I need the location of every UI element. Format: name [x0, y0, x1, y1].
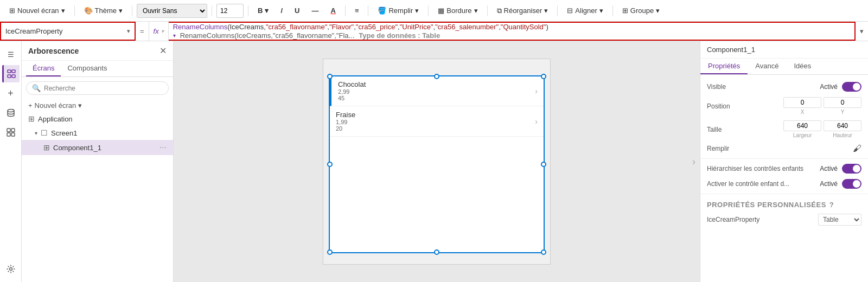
reorder-btn[interactable]: ⧉ Réorganiser ▾ — [492, 4, 553, 18]
props-size-inputs: Largeur Hauteur — [783, 120, 861, 138]
add-screen-label: Nouvel écran — [35, 101, 76, 110]
separator-6 — [368, 5, 368, 16]
chocolat-title: Chocolat — [338, 80, 535, 88]
font-color-btn[interactable]: A — [326, 4, 340, 17]
chocolat-info: Chocolat 2,99 45 — [338, 80, 535, 101]
formula-equals: = — [136, 22, 149, 41]
fill-chevron-icon: ▾ — [415, 7, 419, 15]
props-hierarchy-row: Hiérarchiser les contrôles enfants Activ… — [700, 161, 868, 176]
separator-5 — [345, 5, 346, 16]
icecream-select[interactable]: Table — [818, 214, 861, 226]
sidebar-add-btn[interactable]: + — [2, 85, 20, 102]
visible-toggle[interactable] — [842, 82, 861, 92]
strikethrough-btn[interactable]: — — [307, 4, 323, 17]
italic-btn[interactable]: / — [276, 4, 288, 17]
font-color-icon: A — [330, 7, 335, 15]
canvas-area: Chocolat 2,99 45 › Fraise 1,99 20 › — [174, 41, 700, 282]
separator-10 — [612, 5, 613, 16]
tree-tabs: Écrans Composants — [22, 61, 173, 77]
tree-item-screen1[interactable]: ▾ ☐ Screen1 — [22, 126, 173, 140]
position-label: Position — [707, 102, 779, 110]
childctrl-value: Activé — [820, 180, 838, 188]
font-size-input[interactable] — [216, 4, 244, 18]
bold-btn[interactable]: B ▾ — [253, 4, 273, 17]
font-select[interactable]: Ouvrir Sans — [137, 4, 207, 18]
childctrl-toggle[interactable] — [842, 179, 861, 189]
application-label: Application — [38, 115, 73, 123]
formula-fx-btn[interactable]: fx ▾ — [149, 22, 169, 41]
sidebar-menu-btn[interactable]: ☰ — [2, 46, 20, 63]
hierarchy-value: Activé — [820, 165, 838, 172]
suggestion-chevron-icon: ▾ — [173, 33, 176, 39]
group-btn[interactable]: ⊞ Groupe ▾ — [617, 4, 665, 17]
fill-paint-icon[interactable]: 🖌 — [853, 144, 861, 153]
fill-btn[interactable]: 🪣 Remplir ▾ — [373, 4, 424, 17]
props-tab-properties[interactable]: Propriétés — [700, 59, 748, 74]
props-icecream-row: IceCreamProperty Table — [700, 211, 868, 228]
list-item-chocolat[interactable]: Chocolat 2,99 45 › — [329, 76, 544, 106]
new-screen-btn[interactable]: ⊞ Nouvel écran ▾ — [4, 4, 70, 17]
formula-name: IceCreamProperty — [5, 27, 125, 35]
props-visible-row: Visible Activé — [700, 79, 868, 94]
divider-2 — [700, 194, 868, 194]
tree-item-application[interactable]: ⊞ Application — [22, 112, 173, 126]
screen1-chevron-icon: ▾ — [35, 130, 37, 136]
tab-screens[interactable]: Écrans — [26, 61, 61, 76]
custom-props-help-icon[interactable]: ? — [829, 201, 834, 209]
svg-rect-3 — [12, 75, 15, 78]
sidebar-components-btn[interactable] — [2, 124, 20, 141]
canvas-expand-btn[interactable]: › — [692, 156, 695, 168]
application-icon: ⊞ — [28, 114, 35, 123]
list-item-fraise[interactable]: Fraise 1,99 20 › — [329, 106, 544, 137]
tree-item-component1-1[interactable]: ⊞ Component1_1 ··· — [22, 140, 173, 155]
sidebar-tree-btn[interactable] — [2, 65, 20, 82]
svg-rect-2 — [8, 75, 11, 78]
align-btn[interactable]: ⊟ Aligner ▾ — [562, 4, 608, 17]
search-input[interactable] — [44, 85, 163, 92]
size-h-input[interactable] — [824, 120, 861, 131]
props-tab-ideas[interactable]: Idées — [786, 59, 819, 74]
formula-expand-btn[interactable]: ▾ — [856, 22, 868, 41]
formula-suggestion: ▾ RenameColumns(IceCreams,"cra56_flavorn… — [173, 31, 850, 40]
border-icon: ▦ — [438, 7, 444, 15]
align-chevron-icon: ▾ — [599, 7, 603, 15]
position-x-input[interactable] — [783, 97, 821, 108]
border-label: Bordure — [446, 7, 471, 15]
size-w-input[interactable] — [783, 120, 821, 131]
sidebar-icons: ☰ + — [0, 41, 22, 282]
formula-content[interactable]: RenameColumns(IceCreams,"cra56_flavornam… — [169, 22, 856, 41]
tree-close-btn[interactable]: ✕ — [159, 46, 167, 56]
new-screen-icon: ⊞ — [9, 7, 15, 15]
sidebar-data-btn[interactable] — [2, 104, 20, 121]
theme-chevron-icon: ▾ — [119, 7, 123, 15]
svg-point-9 — [9, 268, 12, 271]
underline-btn[interactable]: U — [290, 4, 304, 17]
border-btn[interactable]: ▦ Bordure ▾ — [433, 4, 482, 17]
screen1-label: Screen1 — [51, 129, 77, 137]
props-tab-advanced[interactable]: Avancé — [748, 59, 786, 74]
tree-items: ⊞ Application ▾ ☐ Screen1 ⊞ Component1_1… — [22, 112, 173, 282]
align-text-icon: ≡ — [355, 7, 359, 15]
align-text-btn[interactable]: ≡ — [350, 4, 364, 17]
hierarchy-toggle[interactable] — [842, 164, 861, 174]
component-box[interactable]: Chocolat 2,99 45 › Fraise 1,99 20 › — [329, 75, 545, 253]
position-y-input[interactable] — [824, 97, 861, 108]
separator-4 — [248, 5, 248, 16]
custom-props-label: PROPRIÉTÉS PERSONNALISÉES — [707, 201, 826, 209]
theme-btn[interactable]: 🎨 Thème ▾ — [79, 4, 127, 17]
add-screen-plus-icon: + — [28, 101, 33, 110]
props-h-col: Hauteur — [824, 120, 861, 138]
hierarchy-label: Hiérarchiser les contrôles enfants — [707, 165, 815, 172]
props-size-row: Taille Largeur Hauteur — [700, 118, 868, 141]
sidebar-settings-btn[interactable] — [2, 260, 20, 278]
props-childctrl-row: Activer le contrôle enfant d... Activé — [700, 176, 868, 191]
svg-rect-7 — [7, 133, 10, 136]
tab-components[interactable]: Composants — [61, 61, 113, 76]
add-screen-btn[interactable]: + Nouvel écran ▾ — [22, 99, 173, 112]
chocolat-qty: 45 — [338, 95, 535, 101]
svg-rect-6 — [11, 129, 15, 132]
svg-point-4 — [8, 110, 14, 112]
component-more-icon[interactable]: ··· — [159, 143, 167, 152]
formula-name-dropdown[interactable]: ▾ — [127, 28, 130, 35]
toolbar: ⊞ Nouvel écran ▾ 🎨 Thème ▾ Ouvrir Sans B… — [0, 0, 868, 22]
